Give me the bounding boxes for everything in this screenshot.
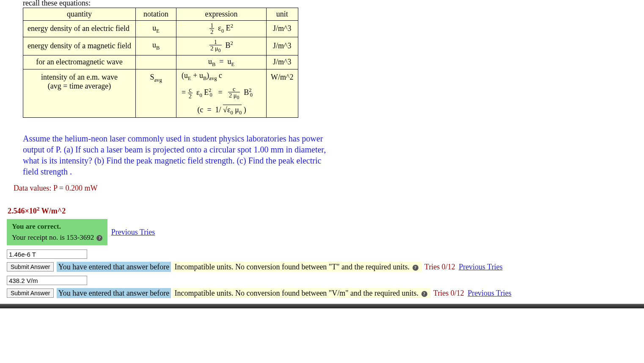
part-c-block: Submit Answer You have entered that answ… xyxy=(7,274,637,298)
question-text: Assume the helium-neon laser commonly us… xyxy=(23,133,328,177)
recall-heading: recall these equations: xyxy=(23,0,637,8)
expression-cell: 12 ε0 E2 xyxy=(176,21,267,37)
equations-table: quantity notation expression unit energy… xyxy=(23,8,298,118)
incompatible-units-msg: Incompatible units. No conversion found … xyxy=(173,262,422,272)
unit-cell: J/m^3 xyxy=(267,21,298,37)
expression-cell: 12 μ0 B2 xyxy=(176,37,267,55)
quantity-cell: intensity of an e.m. wave (avg = time av… xyxy=(23,69,136,118)
col-expression: expression xyxy=(176,8,267,21)
quantity-cell: for an electromagnetic wave xyxy=(23,55,136,69)
quantity-cell: energy density of a magnetic field xyxy=(23,37,136,55)
tries-counter: Tries 0/12 xyxy=(424,263,455,271)
submit-button[interactable]: Submit Answer xyxy=(7,288,54,298)
entered-before-msg: You have entered that answer before xyxy=(57,288,171,298)
submit-button[interactable]: Submit Answer xyxy=(7,262,54,272)
part-b-block: Submit Answer You have entered that answ… xyxy=(7,248,637,272)
quantity-cell: energy density of an electric field xyxy=(23,21,136,37)
expression-cell: (uE + uB)avg c = c2 ε0 E20 = c2 μ0 B20 (… xyxy=(176,69,267,118)
notation-cell xyxy=(136,55,176,69)
table-row: for an electromagnetic wave uB = uE J/m^… xyxy=(23,55,298,69)
answer-input-c[interactable] xyxy=(7,276,87,285)
help-icon[interactable]: ? xyxy=(421,291,427,297)
previous-tries-link[interactable]: Previous Tries xyxy=(468,289,512,297)
col-unit: unit xyxy=(267,8,298,21)
help-icon[interactable]: ? xyxy=(413,265,418,271)
table-row: intensity of an e.m. wave (avg = time av… xyxy=(23,69,298,118)
col-notation: notation xyxy=(136,8,176,21)
notation-cell: Savg xyxy=(136,69,176,118)
help-icon[interactable]: ? xyxy=(96,235,102,241)
footer-bar xyxy=(0,304,644,308)
correct-line1: You are correct. xyxy=(12,222,102,231)
table-row: energy density of a magnetic field uB 12… xyxy=(23,37,298,55)
incompatible-units-msg: Incompatible units. No conversion found … xyxy=(173,288,431,298)
table-header-row: quantity notation expression unit xyxy=(23,8,298,21)
correct-feedback-box: You are correct. Your receipt no. is 153… xyxy=(7,219,107,245)
tries-counter: Tries 0/12 xyxy=(433,289,464,297)
data-values: Data values: P = 0.200 mW xyxy=(14,184,637,193)
unit-cell: W/m^2 xyxy=(267,69,298,118)
notation-cell: uE xyxy=(136,21,176,37)
previous-tries-link[interactable]: Previous Tries xyxy=(459,263,503,271)
answer-input-b[interactable] xyxy=(7,249,87,259)
part-a-answer: 2.546×102 W/m^2 xyxy=(8,205,637,216)
entered-before-msg: You have entered that answer before xyxy=(57,262,171,272)
col-quantity: quantity xyxy=(23,8,136,21)
expression-cell: uB = uE xyxy=(176,55,267,69)
unit-cell: J/m^3 xyxy=(267,55,298,69)
previous-tries-link[interactable]: Previous Tries xyxy=(111,228,155,236)
table-row: energy density of an electric field uE 1… xyxy=(23,21,298,37)
notation-cell: uB xyxy=(136,37,176,55)
unit-cell: J/m^3 xyxy=(267,37,298,55)
receipt-text: Your receipt no. is 153-3692 xyxy=(12,233,94,241)
